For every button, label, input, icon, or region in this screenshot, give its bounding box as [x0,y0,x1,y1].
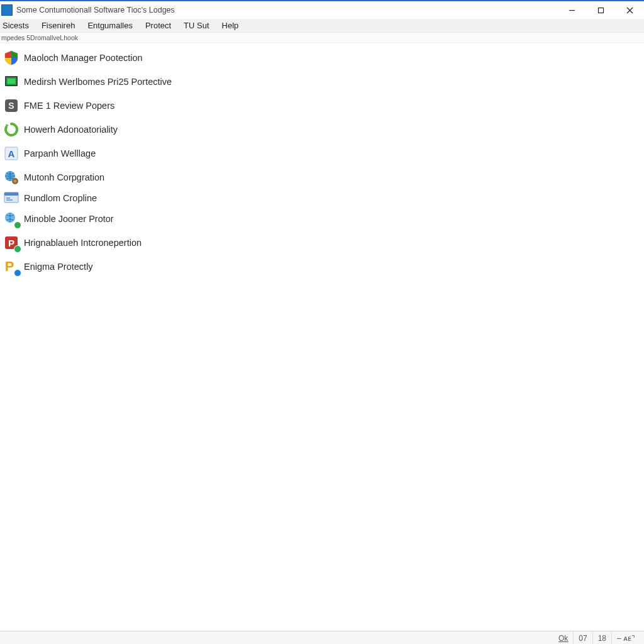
menu-tusut[interactable]: TU Sut [177,19,215,33]
title-bar: Some Contumotionall Software Tioc's Lodg… [0,0,644,19]
globe-magnify-icon [3,210,20,228]
list-item-label: Howerh Adonoatoriality [24,125,118,135]
status-num2: 18 [592,631,611,644]
list-item-label: Hrignablaueh Intcronepertion [24,238,142,248]
list-item[interactable]: Rundlom Cropline [1,189,644,207]
breadcrumb: mpedes 5DromallveLhook [0,33,644,43]
menu-bar: Sicests Fisenireh Entgumalles Protect TU… [0,19,644,33]
svg-text:P: P [8,238,14,248]
svg-rect-6 [8,79,15,84]
list-item-label: FME 1 Review Popers [24,101,114,111]
main-pane: Maoloch Manager Pootection Medirsh Werlb… [0,43,644,631]
list-item[interactable]: S FME 1 Review Popers [1,94,644,118]
monitor-green-icon [3,73,20,91]
list-item-label: Rundlom Cropline [24,193,97,203]
list-item[interactable]: Maoloch Manager Pootection [1,46,644,70]
list-item-label: Mutonh Corpgration [24,172,104,182]
svg-text:P: P [5,258,14,274]
menu-help[interactable]: Help [216,19,245,33]
svg-rect-17 [6,199,13,201]
swirl-green-icon [3,121,20,138]
tile-red-p-icon: P [3,234,20,252]
list-item[interactable]: Howerh Adonoatoriality [1,118,644,142]
list-item[interactable]: P Enigma Protectly [1,255,644,279]
status-bar: Ok 07 18 – ᴀᴇ⌝ [0,631,644,644]
maximize-button[interactable] [586,1,615,19]
list-item-label: Maoloch Manager Pootection [24,53,143,63]
svg-rect-1 [598,8,603,13]
list-item[interactable]: Mutonh Corpgration [1,165,644,189]
program-list: Maoloch Manager Pootection Medirsh Werlb… [0,43,644,279]
status-extra: – ᴀᴇ⌝ [611,631,640,644]
shield-multicolor-icon [3,49,20,67]
tile-grey-s-icon: S [3,97,20,114]
svg-text:S: S [8,101,14,111]
svg-point-13 [14,180,16,182]
menu-protect[interactable]: Protect [139,19,177,33]
list-item[interactable]: A Parpanh Welllage [1,142,644,165]
minimize-button[interactable] [557,1,586,19]
menu-fisenireh[interactable]: Fisenireh [35,19,81,33]
window-blue-icon [3,189,20,207]
p-yellow-badge-icon: P [3,258,20,275]
list-item-label: Enigma Protectly [24,262,93,272]
list-item-label: Parpanh Welllage [24,148,96,158]
list-item-label: Minoble Jooner Protor [24,214,114,224]
globe-gear-icon [3,169,20,186]
svg-rect-16 [6,197,10,199]
list-item-label: Medirsh Werlbomes Pri25 Portective [24,77,172,87]
window-title: Some Contumotionall Software Tioc's Lodg… [16,6,175,14]
list-item[interactable]: P Hrignablaueh Intcronepertion [1,231,644,255]
menu-entgumalles[interactable]: Entgumalles [81,19,139,33]
list-item[interactable]: Medirsh Werlbomes Pri25 Portective [1,70,644,94]
status-num1: 07 [573,631,592,644]
svg-rect-15 [4,192,18,196]
list-item[interactable]: Minoble Jooner Protor [1,207,644,231]
svg-text:A: A [8,148,15,159]
menu-sicests[interactable]: Sicests [0,19,35,33]
status-ok[interactable]: Ok [553,631,573,644]
tile-blue-a-icon: A [3,145,20,162]
close-button[interactable] [615,1,644,19]
app-icon [1,4,13,16]
